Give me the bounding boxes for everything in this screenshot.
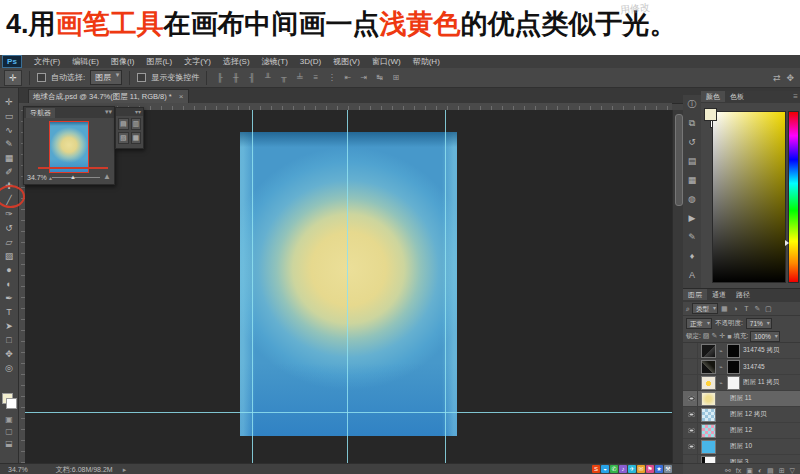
blend-mode-dropdown[interactable]: 正常 bbox=[686, 318, 712, 329]
collapsed-panel-icon[interactable]: ◍ bbox=[683, 190, 701, 209]
layer-thumbnail[interactable] bbox=[701, 376, 716, 390]
mini-panel-icon[interactable]: ▤ bbox=[118, 118, 129, 130]
layer-mask-thumbnail[interactable] bbox=[727, 376, 740, 390]
collapsed-panel-icon[interactable]: ▤ bbox=[683, 152, 701, 171]
zoom-tool[interactable]: ◎ bbox=[0, 361, 18, 375]
menu-item[interactable]: 选择(S) bbox=[217, 56, 256, 67]
visibility-cell[interactable] bbox=[685, 359, 698, 374]
filter-kind-icon[interactable]: ✎ bbox=[753, 305, 762, 313]
opacity-value[interactable]: 71% bbox=[746, 318, 772, 329]
fill-value[interactable]: 100% bbox=[750, 331, 780, 342]
lock-icon[interactable]: ■ bbox=[727, 333, 731, 340]
navigator-viewbox[interactable] bbox=[49, 121, 89, 173]
layer-row[interactable]: ⌁ 314745 拷贝 bbox=[683, 343, 800, 359]
navigator-tab[interactable]: 导航器 bbox=[26, 108, 55, 118]
lasso-tool[interactable]: ∿ bbox=[0, 123, 18, 137]
layer-name[interactable]: 图层 11 拷贝 bbox=[743, 378, 779, 387]
visibility-cell[interactable] bbox=[685, 439, 698, 454]
filter-type-dropdown[interactable]: 类型 bbox=[692, 303, 718, 314]
layer-thumbnail[interactable] bbox=[701, 360, 716, 374]
gradient-tool[interactable]: ▨ bbox=[0, 249, 18, 263]
menu-item[interactable]: 3D(D) bbox=[294, 57, 327, 66]
filter-kind-icon[interactable]: ◑ bbox=[731, 305, 740, 312]
layer-thumbnail[interactable] bbox=[701, 392, 716, 406]
horizontal-guide[interactable] bbox=[25, 412, 672, 413]
layer-thumbnail[interactable] bbox=[701, 344, 716, 358]
menu-item[interactable]: 窗口(W) bbox=[366, 56, 407, 67]
layer-thumbnail[interactable] bbox=[701, 456, 716, 464]
layer-row[interactable]: ⌁ 图层 3 bbox=[683, 455, 800, 463]
document-tab[interactable]: 地球合成.psd @ 34.7%(图层 11, RGB/8) * × bbox=[28, 89, 189, 104]
mini-panel-icon[interactable]: ▥ bbox=[131, 118, 142, 130]
align-icon[interactable]: ⊞ bbox=[390, 72, 401, 84]
menu-item[interactable]: 文件(F) bbox=[28, 56, 66, 67]
status-zoom-field[interactable]: 34.7% bbox=[8, 466, 28, 473]
workspace-icon[interactable]: ⇄ bbox=[773, 73, 781, 83]
layer-name[interactable]: 图层 10 bbox=[730, 442, 752, 451]
layers-panel-button[interactable]: ⚯ bbox=[725, 467, 731, 474]
toolbar-mode-icon[interactable]: ▣ bbox=[0, 414, 18, 426]
layer-name[interactable]: 314745 bbox=[743, 363, 765, 370]
layers-panel-button[interactable]: fx bbox=[736, 467, 741, 474]
layer-name[interactable]: 图层 11 bbox=[730, 394, 752, 403]
visibility-cell[interactable] bbox=[685, 343, 698, 358]
document-canvas[interactable] bbox=[240, 132, 457, 436]
pen-tool[interactable]: ✒ bbox=[0, 291, 18, 305]
collapsed-panel-icon[interactable]: ✎ bbox=[683, 228, 701, 247]
visibility-cell[interactable] bbox=[685, 375, 698, 390]
vertical-guide[interactable] bbox=[445, 110, 446, 463]
collapsed-panel-icon[interactable]: ⓘ bbox=[683, 95, 701, 114]
scrollbar-thumb[interactable] bbox=[675, 114, 683, 206]
lock-icon[interactable]: ▨ bbox=[703, 332, 710, 340]
menu-item[interactable]: 图层(L) bbox=[140, 56, 178, 67]
mini-panel-icon[interactable]: ▧ bbox=[118, 132, 129, 144]
toolbar-mode-icon[interactable]: ▢ bbox=[0, 426, 18, 438]
align-icon[interactable]: ╫ bbox=[230, 72, 241, 84]
filter-kind-icon[interactable]: ▢ bbox=[764, 305, 773, 313]
layer-mask-thumbnail[interactable] bbox=[727, 360, 740, 374]
quick-select-tool[interactable]: ✎ bbox=[0, 137, 18, 151]
layers-panel-button[interactable]: ◐ bbox=[758, 467, 762, 474]
history-brush-tool[interactable]: ↺ bbox=[0, 221, 18, 235]
layers-panel-button[interactable]: ▤ bbox=[767, 467, 774, 474]
collapsed-panel-icon[interactable]: ↺ bbox=[683, 133, 701, 152]
panel-menu-icon[interactable]: ▾▾ bbox=[105, 107, 112, 117]
lock-icon[interactable]: ✛ bbox=[719, 332, 725, 340]
panel-menu-icon[interactable]: ≡ bbox=[793, 92, 798, 101]
layers-panel-button[interactable]: ▣ bbox=[746, 467, 753, 474]
auto-select-checkbox[interactable] bbox=[37, 73, 46, 82]
layer-name[interactable]: 图层 3 bbox=[730, 458, 748, 463]
navigator-zoom-slider[interactable] bbox=[52, 177, 100, 178]
menu-item[interactable]: 滤镜(T) bbox=[256, 56, 294, 67]
vertical-guide[interactable] bbox=[252, 110, 253, 463]
collapsed-panel-icon[interactable]: ▦ bbox=[683, 171, 701, 190]
foreground-color-chip[interactable] bbox=[704, 108, 717, 121]
layer-mask-thumbnail[interactable] bbox=[727, 344, 740, 358]
collapsed-panel-icon[interactable]: ⧉ bbox=[683, 114, 701, 133]
visibility-cell[interactable] bbox=[685, 407, 698, 422]
visibility-cell[interactable] bbox=[685, 423, 698, 438]
dodge-tool[interactable]: ◐ bbox=[0, 277, 18, 291]
visibility-cell[interactable] bbox=[685, 455, 698, 463]
align-icon[interactable]: ╢ bbox=[246, 72, 257, 84]
navigator-thumbnail[interactable] bbox=[50, 122, 88, 172]
visibility-cell[interactable] bbox=[685, 391, 698, 406]
eyedropper-tool[interactable]: ✐ bbox=[0, 165, 18, 179]
layer-row[interactable]: ⌁ 图层 12 bbox=[683, 423, 800, 439]
align-icon[interactable]: ⇤ bbox=[342, 72, 353, 84]
mini-panel-collapse-icon[interactable]: ▾▾ bbox=[116, 108, 143, 116]
zoom-out-icon[interactable]: ▲ bbox=[48, 175, 53, 181]
menu-item[interactable]: 视图(V) bbox=[327, 56, 366, 67]
layers-panel-tab[interactable]: 通道 bbox=[707, 289, 731, 300]
eye-icon[interactable] bbox=[688, 444, 695, 449]
layer-name[interactable]: 图层 12 bbox=[730, 426, 752, 435]
slider-handle[interactable]: ▲ bbox=[70, 174, 76, 180]
layer-row[interactable]: ⌁ 图层 10 bbox=[683, 439, 800, 455]
layer-name[interactable]: 314745 拷贝 bbox=[743, 346, 780, 355]
align-icon[interactable]: ╧ bbox=[294, 72, 305, 84]
eye-icon[interactable] bbox=[688, 428, 695, 433]
layer-thumbnail[interactable] bbox=[701, 408, 716, 422]
shape-tool[interactable]: □ bbox=[0, 333, 18, 347]
lock-icon[interactable]: ✎ bbox=[711, 332, 717, 340]
menu-item[interactable]: 图像(I) bbox=[105, 56, 141, 67]
